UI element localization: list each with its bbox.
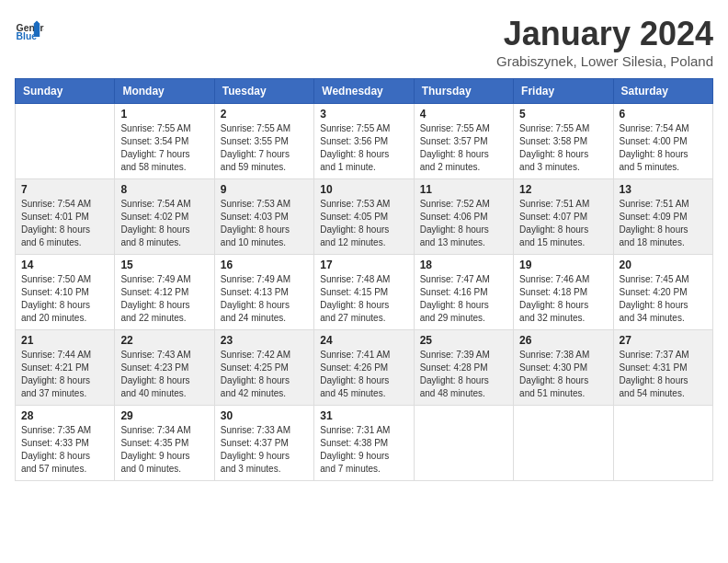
day-info-line: and 24 minutes. xyxy=(221,313,286,323)
day-info-line: Sunset: 4:28 PM xyxy=(420,362,488,373)
day-info-line: Sunrise: 7:55 AM xyxy=(519,123,589,133)
calendar-week-row: 14Sunrise: 7:50 AMSunset: 4:10 PMDayligh… xyxy=(16,255,713,330)
calendar-cell: 30Sunrise: 7:33 AMSunset: 4:37 PMDayligh… xyxy=(214,406,313,481)
day-info: Sunrise: 7:53 AMSunset: 4:05 PMDaylight:… xyxy=(320,198,407,249)
day-info: Sunrise: 7:39 AMSunset: 4:28 PMDaylight:… xyxy=(420,349,507,400)
day-info-line: Sunset: 4:13 PM xyxy=(221,287,289,297)
calendar-cell: 26Sunrise: 7:38 AMSunset: 4:30 PMDayligh… xyxy=(514,330,613,406)
calendar-cell: 17Sunrise: 7:48 AMSunset: 4:15 PMDayligh… xyxy=(314,255,414,330)
day-info-line: and 5 minutes. xyxy=(620,162,680,172)
day-info-line: Sunrise: 7:49 AM xyxy=(221,274,290,284)
day-info-line: Daylight: 8 hours xyxy=(519,300,588,310)
day-info-line: Sunrise: 7:55 AM xyxy=(120,123,190,133)
day-info-line: and 51 minutes. xyxy=(519,388,585,398)
day-info-line: and 10 minutes. xyxy=(221,237,286,247)
day-info-line: and 48 minutes. xyxy=(420,388,485,398)
day-info: Sunrise: 7:45 AMSunset: 4:20 PMDaylight:… xyxy=(620,273,707,325)
day-info-line: Sunset: 4:02 PM xyxy=(120,212,188,222)
day-info: Sunrise: 7:55 AMSunset: 3:58 PMDaylight:… xyxy=(519,122,607,174)
day-info-line: Sunset: 4:35 PM xyxy=(120,438,188,448)
day-info-line: Daylight: 8 hours xyxy=(420,149,489,159)
day-info: Sunrise: 7:34 AMSunset: 4:35 PMDaylight:… xyxy=(120,424,208,476)
day-info-line: Sunrise: 7:37 AM xyxy=(620,350,689,360)
day-info-line: Daylight: 8 hours xyxy=(120,300,189,310)
day-info-line: and 59 minutes. xyxy=(221,162,286,172)
day-info-line: Sunset: 4:03 PM xyxy=(221,212,289,222)
calendar-header-row: SundayMondayTuesdayWednesdayThursdayFrid… xyxy=(16,79,713,104)
day-info-line: Sunset: 4:10 PM xyxy=(21,287,89,297)
day-number: 24 xyxy=(320,334,407,347)
day-info-line: Sunrise: 7:53 AM xyxy=(320,199,390,209)
day-info: Sunrise: 7:52 AMSunset: 4:06 PMDaylight:… xyxy=(420,198,507,249)
logo-icon: General Blue xyxy=(15,15,44,44)
calendar-cell: 5Sunrise: 7:55 AMSunset: 3:58 PMDaylight… xyxy=(514,104,613,179)
day-info-line: Sunset: 4:20 PM xyxy=(620,287,688,297)
day-info-line: Daylight: 8 hours xyxy=(620,149,688,159)
day-info-line: Sunset: 3:55 PM xyxy=(221,136,289,146)
day-info: Sunrise: 7:55 AMSunset: 3:54 PMDaylight:… xyxy=(120,122,208,174)
day-info-line: Sunset: 4:23 PM xyxy=(120,362,188,373)
day-info-line: Daylight: 8 hours xyxy=(420,224,489,235)
day-info-line: Daylight: 8 hours xyxy=(221,300,290,310)
calendar-cell: 3Sunrise: 7:55 AMSunset: 3:56 PMDaylight… xyxy=(314,104,414,179)
day-number: 30 xyxy=(221,409,308,422)
day-info: Sunrise: 7:55 AMSunset: 3:57 PMDaylight:… xyxy=(420,122,507,174)
calendar-cell: 2Sunrise: 7:55 AMSunset: 3:55 PMDaylight… xyxy=(214,104,313,179)
day-info-line: Sunset: 4:26 PM xyxy=(320,362,388,373)
calendar-cell: 31Sunrise: 7:31 AMSunset: 4:38 PMDayligh… xyxy=(314,406,414,481)
day-info: Sunrise: 7:51 AMSunset: 4:07 PMDaylight:… xyxy=(519,198,607,249)
day-info-line: Daylight: 8 hours xyxy=(21,375,90,385)
day-number: 7 xyxy=(21,183,108,196)
calendar-cell: 22Sunrise: 7:43 AMSunset: 4:23 PMDayligh… xyxy=(115,330,214,406)
day-number: 31 xyxy=(320,409,407,422)
day-info-line: Sunrise: 7:35 AM xyxy=(21,425,91,435)
day-info-line: Sunset: 4:07 PM xyxy=(519,212,587,222)
day-info-line: and 15 minutes. xyxy=(519,237,585,247)
day-info: Sunrise: 7:38 AMSunset: 4:30 PMDaylight:… xyxy=(519,349,607,400)
day-info-line: Sunrise: 7:39 AM xyxy=(420,350,490,360)
day-info-line: Sunset: 4:00 PM xyxy=(620,136,688,146)
header-tuesday: Tuesday xyxy=(214,79,313,104)
day-info-line: Sunset: 4:33 PM xyxy=(21,438,89,448)
day-info: Sunrise: 7:48 AMSunset: 4:15 PMDaylight:… xyxy=(320,273,407,325)
day-info: Sunrise: 7:44 AMSunset: 4:21 PMDaylight:… xyxy=(21,349,108,400)
calendar-cell xyxy=(514,406,613,481)
day-info-line: Sunset: 4:18 PM xyxy=(519,287,587,297)
day-info: Sunrise: 7:43 AMSunset: 4:23 PMDaylight:… xyxy=(120,349,208,400)
day-info-line: Sunrise: 7:33 AM xyxy=(221,425,290,435)
calendar-cell: 1Sunrise: 7:55 AMSunset: 3:54 PMDaylight… xyxy=(115,104,214,179)
day-info-line: and 32 minutes. xyxy=(519,313,585,323)
day-info-line: Daylight: 8 hours xyxy=(320,149,389,159)
day-number: 16 xyxy=(221,259,308,271)
day-info-line: Sunset: 4:09 PM xyxy=(620,212,688,222)
day-info-line: Sunrise: 7:55 AM xyxy=(221,123,290,133)
logo: General Blue xyxy=(15,15,44,44)
calendar-cell: 19Sunrise: 7:46 AMSunset: 4:18 PMDayligh… xyxy=(514,255,613,330)
day-number: 13 xyxy=(620,183,707,196)
calendar-cell: 16Sunrise: 7:49 AMSunset: 4:13 PMDayligh… xyxy=(214,255,313,330)
day-info-line: Daylight: 9 hours xyxy=(320,451,389,461)
location-title: Grabiszynek, Lower Silesia, Poland xyxy=(496,53,713,69)
calendar-week-row: 7Sunrise: 7:54 AMSunset: 4:01 PMDaylight… xyxy=(16,179,713,255)
header-friday: Friday xyxy=(514,79,613,104)
day-number: 17 xyxy=(320,259,407,271)
day-info-line: Sunset: 4:01 PM xyxy=(21,212,89,222)
calendar-cell: 7Sunrise: 7:54 AMSunset: 4:01 PMDaylight… xyxy=(16,179,115,255)
day-info-line: Sunrise: 7:46 AM xyxy=(519,274,589,284)
day-info-line: Sunset: 4:30 PM xyxy=(519,362,587,373)
day-number: 8 xyxy=(120,183,208,196)
day-number: 27 xyxy=(620,334,707,347)
day-info-line: and 57 minutes. xyxy=(21,464,86,474)
header-thursday: Thursday xyxy=(414,79,513,104)
day-info-line: and 45 minutes. xyxy=(320,388,385,398)
calendar-cell: 13Sunrise: 7:51 AMSunset: 4:09 PMDayligh… xyxy=(613,179,712,255)
day-info-line: Sunset: 4:21 PM xyxy=(21,362,89,373)
day-number: 26 xyxy=(519,334,607,347)
calendar-cell: 11Sunrise: 7:52 AMSunset: 4:06 PMDayligh… xyxy=(414,179,513,255)
day-info-line: Sunset: 3:57 PM xyxy=(420,136,488,146)
day-info-line: Sunset: 4:05 PM xyxy=(320,212,388,222)
calendar-cell: 23Sunrise: 7:42 AMSunset: 4:25 PMDayligh… xyxy=(214,330,313,406)
calendar-cell: 27Sunrise: 7:37 AMSunset: 4:31 PMDayligh… xyxy=(613,330,712,406)
day-info-line: and 2 minutes. xyxy=(420,162,481,172)
day-info-line: Sunrise: 7:54 AM xyxy=(21,199,91,209)
